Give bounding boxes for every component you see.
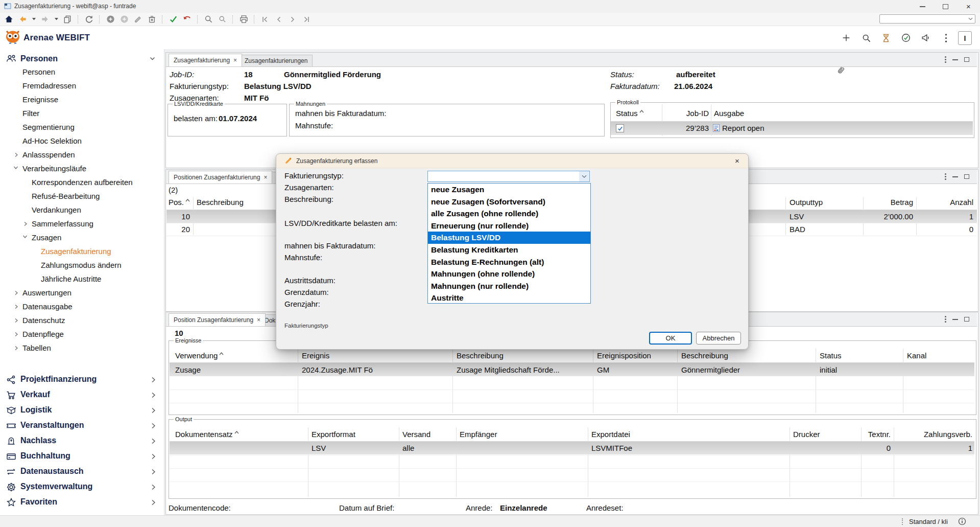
home-button[interactable]: [3, 14, 14, 25]
undo-button[interactable]: [181, 14, 193, 25]
info-circle-icon[interactable]: [958, 517, 966, 525]
kebab-menu-icon[interactable]: [940, 32, 952, 44]
quick-search-button[interactable]: [217, 14, 228, 25]
combobox-dropdown-button[interactable]: [579, 171, 589, 181]
chevron-right-icon[interactable]: [151, 392, 156, 398]
confirm-button[interactable]: [168, 14, 179, 25]
chevron-right-icon[interactable]: [14, 332, 18, 337]
cancel-button[interactable]: Abbrechen: [696, 332, 741, 345]
sidebar-item-verdankungen[interactable]: Verdankungen: [32, 205, 81, 215]
dropdown-option[interactable]: Mahnungen (nur rollende): [428, 280, 590, 292]
window-maximize-button[interactable]: [934, 0, 957, 13]
panel-minimize-icon[interactable]: [952, 59, 958, 60]
panel-kebab-icon[interactable]: [945, 56, 946, 58]
sidebar-item-adhoc-selektion[interactable]: Ad-Hoc Selektion: [22, 136, 82, 146]
sidebar-item-personen[interactable]: Personen: [22, 67, 55, 77]
dropdown-option[interactable]: Austritte: [428, 292, 590, 304]
sidebar-item-tabellen[interactable]: Tabellen: [22, 343, 51, 353]
chevron-right-icon[interactable]: [151, 453, 156, 460]
sidebar-section-logistik[interactable]: Logistik: [20, 405, 52, 415]
dropdown-option[interactable]: alle Zusagen (ohne rollende): [428, 208, 590, 220]
tab-positionen-zusagenfakturierung[interactable]: Positionen Zusagenfakturierung ×: [169, 171, 272, 184]
sidebar-item-auswertungen[interactable]: Auswertungen: [22, 288, 71, 298]
dropdown-option-selected[interactable]: Belastung LSV/DD: [428, 232, 590, 244]
chevron-right-icon[interactable]: [151, 438, 156, 444]
panel-maximize-icon[interactable]: [964, 174, 969, 179]
panel-maximize-icon[interactable]: [964, 317, 969, 322]
sidebar-item-anlassspenden[interactable]: Anlassspenden: [22, 150, 75, 160]
sidebar-item-ereignisse[interactable]: Ereignisse: [22, 95, 58, 105]
dropdown-option[interactable]: Belastung E-Rechnungen (alt): [428, 256, 590, 268]
sidebar-item-refuse-bearbeitung[interactable]: Refusé-Bearbeitung: [32, 191, 100, 201]
row-pos-value[interactable]: 20: [168, 224, 190, 235]
chevron-right-icon[interactable]: [151, 469, 156, 475]
report-document-icon[interactable]: [713, 124, 720, 132]
toolbar-search-input[interactable]: [879, 14, 975, 24]
panel-kebab-icon[interactable]: [945, 316, 946, 317]
sidebar-section-veranstaltungen[interactable]: Veranstaltungen: [20, 420, 84, 430]
ereignisse-row-selected[interactable]: [170, 363, 974, 376]
refresh-button[interactable]: [83, 14, 94, 25]
add-icon[interactable]: [840, 32, 852, 44]
delete-button[interactable]: [146, 14, 157, 25]
next-record-button[interactable]: [287, 14, 298, 25]
chevron-right-icon[interactable]: [14, 318, 18, 323]
tab-zusagenfakturierungen[interactable]: Zusagenfakturierungen: [240, 55, 313, 66]
sidebar-item-verarbeitungslaeufe[interactable]: Verarbeitungsläufe: [22, 164, 86, 174]
paperclip-icon[interactable]: [835, 65, 846, 76]
sidebar-item-fremdadressen[interactable]: Fremdadressen: [22, 81, 76, 91]
tab-close-icon[interactable]: ×: [257, 317, 260, 323]
panel-maximize-icon[interactable]: [964, 57, 969, 62]
add-copy-button[interactable]: [118, 14, 130, 25]
duplicate-window-button[interactable]: [62, 14, 73, 25]
megaphone-icon[interactable]: [920, 32, 932, 44]
chevron-right-icon[interactable]: [14, 304, 18, 309]
chevron-right-icon[interactable]: [14, 152, 18, 157]
tab-close-icon[interactable]: ×: [264, 175, 267, 180]
chevron-right-icon[interactable]: [14, 290, 18, 295]
tab-close-icon[interactable]: ×: [233, 58, 237, 63]
sidebar-section-systemverwaltung[interactable]: Systemverwaltung: [20, 482, 92, 492]
chevron-right-icon[interactable]: [151, 499, 156, 506]
dialog-close-button[interactable]: ×: [735, 156, 739, 165]
chevron-right-icon[interactable]: [151, 484, 156, 490]
chevron-right-icon[interactable]: [151, 423, 156, 429]
chevron-down-icon[interactable]: [22, 235, 28, 239]
window-close-button[interactable]: ×: [957, 0, 980, 13]
print-button[interactable]: [238, 14, 249, 25]
sidebar-item-datenausgabe[interactable]: Datenausgabe: [22, 302, 73, 312]
fakturierungstyp-combobox[interactable]: [427, 171, 590, 182]
add-record-button[interactable]: [105, 14, 116, 25]
sidebar-item-segmentierung[interactable]: Segmentierung: [22, 122, 75, 132]
sidebar-section-nachlass[interactable]: Nachlass: [20, 436, 56, 446]
window-minimize-button[interactable]: [911, 0, 934, 13]
search-icon[interactable]: [860, 32, 872, 44]
search-button[interactable]: [203, 14, 214, 25]
sidebar-item-jaehrliche-austritte[interactable]: Jährliche Austritte: [41, 274, 101, 284]
back-history-dropdown[interactable]: [31, 14, 37, 25]
back-button[interactable]: [17, 14, 28, 25]
user-initial-button[interactable]: I: [958, 31, 972, 45]
previous-record-button[interactable]: [273, 14, 284, 25]
protokoll-ausgabe-value[interactable]: Report open: [722, 123, 764, 133]
dropdown-option[interactable]: Mahnungen (ohne rollende): [428, 268, 590, 280]
tab-zusagenfakturierung[interactable]: Zusagenfakturierung ×: [169, 54, 242, 66]
sidebar-item-zahlungsmodus[interactable]: Zahlungsmodus ändern: [41, 260, 122, 270]
sidebar-section-favoriten[interactable]: Favoriten: [20, 497, 57, 507]
check-circle-icon[interactable]: [900, 32, 912, 44]
panel-minimize-icon[interactable]: [952, 176, 958, 177]
chevron-right-icon[interactable]: [23, 221, 28, 226]
sidebar-item-filter[interactable]: Filter: [22, 108, 39, 119]
sidebar-item-zusagenfakturierung-active[interactable]: Zusagenfakturierung: [41, 246, 111, 257]
sidebar-item-datenschutz[interactable]: Datenschutz: [22, 315, 65, 326]
statusbar-profile[interactable]: Standard / kli: [909, 518, 948, 525]
forward-history-dropdown[interactable]: [53, 14, 59, 25]
sidebar-section-verkauf[interactable]: Verkauf: [20, 389, 50, 400]
sidebar-item-datenpflege[interactable]: Datenpflege: [22, 329, 64, 339]
dropdown-option[interactable]: Erneuerung (nur rollende): [428, 220, 590, 232]
last-record-button[interactable]: [301, 14, 312, 25]
chevron-down-icon[interactable]: [13, 166, 18, 170]
panel-kebab-icon[interactable]: [945, 173, 946, 175]
chevron-right-icon[interactable]: [14, 346, 18, 351]
chevron-right-icon[interactable]: [151, 377, 156, 383]
